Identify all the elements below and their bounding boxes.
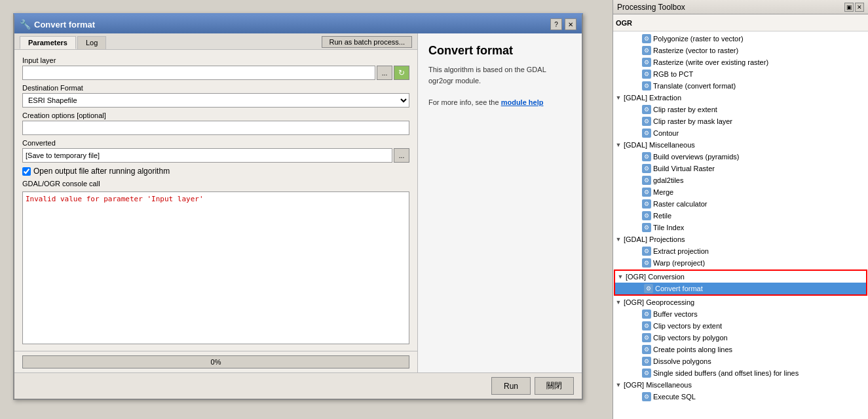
toolbox-search-bar: OGR [613,14,868,31]
toolbox-title: Processing Toolbox [617,3,685,12]
tree-item-clip-vectors-extent[interactable]: Clip vectors by extent [613,320,868,332]
input-layer-browse-btn[interactable]: ... [377,66,392,80]
tree-item-clip-raster-mask[interactable]: Clip raster by mask layer [613,115,868,127]
destination-format-select[interactable]: ESRI Shapefile [22,93,409,108]
tree-item-label: Rasterize (vector to raster) [653,47,738,54]
gear-icon [642,392,651,401]
section-label: [GDAL] Miscellaneous [624,141,695,149]
tree-item-retile[interactable]: Retile [613,210,868,222]
tree-item-contour[interactable]: Contour [613,127,868,139]
gear-icon [642,152,651,161]
tree-item-polygonize[interactable]: Polygonize (raster to vector) [613,33,868,45]
toolbox-controls: ▣ ✕ [844,3,864,12]
tree-item-label: Clip raster by extent [653,106,717,113]
gear-icon [642,70,651,79]
batch-process-btn[interactable]: Run as batch process... [322,36,412,48]
tree-item-label: gdal2tiles [653,176,683,184]
dialog-titlebar-controls: ? ✕ [550,18,576,30]
tree-item-label: Build overviews (pyramids) [653,153,739,161]
collapse-arrow: ▼ [614,141,622,149]
tree-item-dissolve-polygons[interactable]: Dissolve polygons [613,355,868,367]
gear-icon [642,309,651,319]
tree-item-convert-format[interactable]: Convert format [615,283,866,294]
creation-options-label: Creation options [optional] [22,111,409,119]
tree-item-clip-vectors-polygon[interactable]: Clip vectors by polygon [613,332,868,344]
creation-options-row [22,121,409,135]
section-label: [GDAL] Extraction [624,94,681,102]
input-layer-field[interactable] [22,66,375,80]
tab-log[interactable]: Log [77,36,106,49]
section-gdal-projections[interactable]: ▼ [GDAL] Projections [613,233,868,245]
toolbox-close-btn[interactable]: ✕ [855,3,864,12]
processing-toolbox-panel: Processing Toolbox ▣ ✕ OGR Polygonize (r… [613,0,868,419]
close-button[interactable]: 關閉 [535,377,574,395]
tree-item-rasterize-vector[interactable]: Rasterize (vector to raster) [613,45,868,56]
tree-item-rasterize-write[interactable]: Rasterize (write over existing raster) [613,56,868,68]
section-ogr-conversion[interactable]: ▼ [OGR] Conversion [615,271,866,283]
section-label: [OGR] Miscellaneous [624,381,692,389]
section-gdal-extraction[interactable]: ▼ [GDAL] Extraction [613,92,868,104]
section-ogr-geoprocessing[interactable]: ▼ [OGR] Geoprocessing [613,296,868,308]
tree-item-tile-index[interactable]: Tile Index [613,222,868,233]
dialog-help-btn[interactable]: ? [550,18,562,30]
module-help-link[interactable]: module help [501,98,544,106]
toolbox-titlebar: Processing Toolbox ▣ ✕ [613,0,868,14]
toolbox-restore-btn[interactable]: ▣ [844,3,854,12]
params-panel: Parameters Log Run as batch process... I… [14,33,418,372]
info-body: This algorithm is based on the GDAL ogr2… [428,64,571,108]
tree-item-gdal2tiles[interactable]: gdal2tiles [613,174,868,186]
tree-item-single-sided-buffers[interactable]: Single sided buffers (and offset lines) … [613,367,868,379]
tree-item-clip-raster-extent[interactable]: Clip raster by extent [613,104,868,115]
tree-item-buffer-vectors[interactable]: Buffer vectors [613,308,868,320]
gear-icon [642,333,651,342]
info-body-text2: For more info, see the [428,98,499,106]
dialog-area: 🔧 Convert format ? ✕ Parameters Log Run … [0,0,613,419]
section-gdal-misc[interactable]: ▼ [GDAL] Miscellaneous [613,139,868,151]
tree-item-translate[interactable]: Translate (convert format) [613,80,868,92]
input-layer-row: ... ↻ [22,66,409,80]
gear-icon [642,117,651,126]
tree-item-raster-calc[interactable]: Raster calculator [613,198,868,210]
destination-format-label: Destination Format [22,84,409,92]
tree-item-label: Rasterize (write over existing raster) [653,58,768,66]
gear-icon [644,284,653,293]
console-output[interactable]: Invalid value for parameter 'Input layer… [22,191,409,344]
tree-item-create-points[interactable]: Create points along lines [613,344,868,355]
section-label: [OGR] Geoprocessing [624,298,694,306]
dialog-titlebar: 🔧 Convert format ? ✕ [14,15,582,33]
tabs-bar: Parameters Log Run as batch process... [14,33,417,50]
tree-item-rgb-pct[interactable]: RGB to PCT [613,68,868,80]
tree-item-build-virtual-raster[interactable]: Build Virtual Raster [613,163,868,174]
toolbox-search-label: OGR [616,19,632,27]
gear-icon [642,81,651,90]
collapse-arrow: ▼ [614,235,622,243]
gear-icon [642,223,651,232]
section-ogr-misc[interactable]: ▼ [OGR] Miscellaneous [613,379,868,391]
tree-item-label: Raster calculator [653,200,708,208]
gear-icon [642,211,651,220]
open-output-checkbox[interactable] [22,167,31,176]
ogr-conversion-highlight: ▼ [OGR] Conversion Convert format [614,269,867,296]
tree-item-label: Retile [653,212,671,220]
tree-item-merge[interactable]: Merge [613,186,868,198]
dialog-title-label: Convert format [34,20,95,30]
tree-item-warp[interactable]: Warp (reproject) [613,257,868,269]
run-button[interactable]: Run [491,377,531,395]
tab-parameters[interactable]: Parameters [20,36,76,49]
input-layer-refresh-btn[interactable]: ↻ [394,66,409,80]
converted-browse-btn[interactable]: ... [394,148,409,163]
progress-bar-area: 0% [14,351,417,372]
tree-item-build-overviews[interactable]: Build overviews (pyramids) [613,151,868,163]
tree-item-extract-projection[interactable]: Extract projection [613,245,868,257]
creation-options-field[interactable] [22,121,409,135]
converted-field[interactable] [22,148,392,163]
toolbox-tree[interactable]: Polygonize (raster to vector) Rasterize … [613,31,868,419]
dialog-close-btn[interactable]: ✕ [565,18,576,30]
progress-label: 0% [211,358,221,366]
gear-icon [642,321,651,330]
tree-item-label: Buffer vectors [653,310,698,318]
tree-item-execute-sql[interactable]: Execute SQL [613,391,868,403]
tree-item-label: Warp (reproject) [653,259,705,267]
gear-icon [642,258,651,268]
dialog-title-icon: 🔧 [20,19,30,30]
